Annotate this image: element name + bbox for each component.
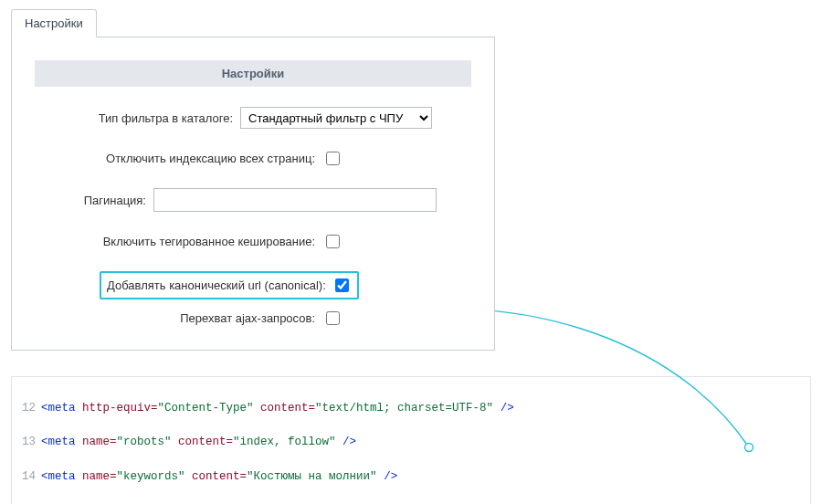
ajax-label: Перехват ajax-запросов: bbox=[35, 311, 322, 325]
pagination-input[interactable] bbox=[153, 188, 437, 212]
filter-type-select[interactable]: Стандартный фильтр с ЧПУ bbox=[240, 107, 432, 129]
code-snippet: 12<meta http-equiv="Content-Type" conten… bbox=[11, 376, 811, 504]
pagination-label: Пагинация: bbox=[35, 194, 153, 207]
canonical-highlight: Добавлять канонический url (canonical): bbox=[100, 271, 359, 299]
tagged-cache-checkbox[interactable] bbox=[326, 235, 340, 248]
section-header: Настройки bbox=[35, 60, 471, 87]
tagged-cache-label: Включить тегированное кеширование: bbox=[35, 235, 322, 248]
disable-index-checkbox[interactable] bbox=[326, 152, 340, 165]
settings-panel: Настройки Тип фильтра в каталоге: Станда… bbox=[11, 37, 495, 351]
disable-index-label: Отключить индексацию всех страниц: bbox=[35, 152, 322, 165]
ajax-checkbox[interactable] bbox=[326, 311, 340, 325]
canonical-label: Добавлять канонический url (canonical): bbox=[107, 278, 332, 292]
filter-type-label: Тип фильтра в каталоге: bbox=[35, 111, 240, 125]
tab-settings[interactable]: Настройки bbox=[11, 9, 97, 37]
canonical-checkbox[interactable] bbox=[335, 278, 349, 292]
